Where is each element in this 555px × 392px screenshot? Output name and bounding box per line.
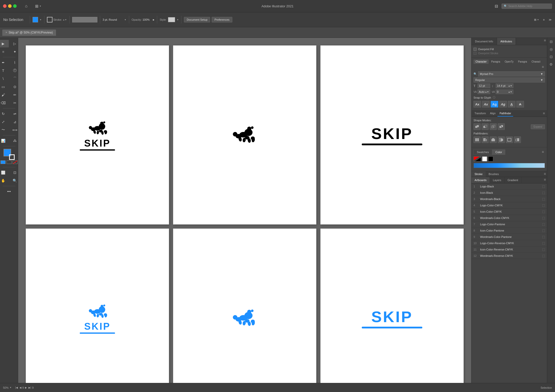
panels-icon[interactable]: ≡ [542, 17, 546, 22]
direct-selection-tool[interactable]: ▷ [9, 40, 18, 47]
font-family-select[interactable]: Myriad Pro ▼ [478, 71, 545, 76]
artboard-5-icon-color-cmyk[interactable] [173, 229, 316, 383]
pen-tool[interactable]: ✒ [0, 59, 9, 66]
brushes-tab-btn[interactable]: Brushes [486, 171, 502, 177]
font-style-select[interactable]: Regular ▼ [474, 77, 545, 82]
rotate-tool[interactable]: ↻ [0, 110, 9, 118]
minimize-button[interactable] [8, 4, 12, 8]
kerning-input[interactable]: Auto ▲▼ [478, 90, 490, 94]
slice-tool[interactable]: ⊡ [9, 169, 18, 176]
layers-tab-btn[interactable]: Layers [490, 177, 505, 183]
symbol-tool[interactable]: ⁂ [9, 137, 18, 145]
type-btn-ag-2[interactable]: Ag [499, 101, 507, 107]
active-tab[interactable]: ✕ Skip.ai* @ 50% (CMYK/Preview) [2, 29, 56, 36]
window-controls[interactable] [3, 4, 17, 8]
stroke-tab-btn[interactable]: Stroke [471, 171, 486, 177]
artboard-tool[interactable]: ⬜ [0, 169, 9, 176]
minus-back-btn[interactable] [514, 136, 521, 143]
artboards-tab-btn[interactable]: Artboards [471, 177, 490, 183]
stroke-value-arrow[interactable]: ▼ [124, 19, 126, 21]
type-btn-ag-1[interactable]: Ag [491, 101, 498, 107]
style-arrow[interactable]: ▼ [177, 19, 179, 21]
stroke-arrow[interactable]: ▲▼ [63, 19, 67, 21]
first-artboard-btn[interactable]: |◀ [15, 386, 18, 389]
artboard-list-item[interactable]: 1 Logo-Black ⬚ [471, 183, 547, 190]
zoom-arrow[interactable]: ▼ [10, 386, 12, 389]
font-size-input[interactable]: 12 pt [478, 83, 490, 88]
artboard-list-item[interactable]: 7 Logo-Color-Pantone ⬚ [471, 221, 547, 228]
stroke-color-tool[interactable] [9, 154, 15, 160]
pathfinder-tab[interactable]: Pathfinder [497, 111, 513, 117]
trim-btn[interactable] [482, 136, 489, 143]
transform-tab[interactable]: Transform [473, 111, 488, 117]
reflect-tool[interactable]: ⇌ [9, 110, 18, 118]
unite-btn[interactable] [474, 123, 481, 130]
color-tab-btn[interactable]: Color [492, 149, 505, 155]
panel-ctrl-btn-2[interactable]: ◎ [548, 46, 554, 52]
maximize-button[interactable] [13, 4, 17, 8]
artboard-6-wordmark-color-cmyk[interactable]: SKIP [320, 229, 464, 383]
divide-btn[interactable] [474, 136, 481, 143]
artboards-menu-icon[interactable]: ≡ [543, 177, 547, 183]
attributes-tab[interactable]: Attributes [497, 38, 516, 45]
swatch-icon-black[interactable] [488, 156, 493, 161]
panel-ctrl-btn-1[interactable]: ⊟ [548, 39, 554, 44]
rect-tool[interactable]: ▭ [0, 83, 9, 91]
fill-bar[interactable] [72, 17, 97, 22]
warp-tool[interactable]: 〜 [0, 126, 9, 134]
shear-tool[interactable]: ⊿ [9, 118, 18, 126]
opentype-tab[interactable]: OpenTy [503, 60, 515, 64]
artboard-list-item[interactable]: 11 Icon-Color-Reverse-CMYK ⬚ [471, 246, 547, 253]
home-icon[interactable]: ⌂ [21, 2, 32, 10]
color-gradient-bar[interactable] [474, 163, 545, 168]
line-tool[interactable]: \ [0, 75, 9, 82]
document-info-tab[interactable]: Document Info [471, 38, 497, 45]
artboard-2-icon-black[interactable] [173, 45, 316, 225]
artboard-list-item[interactable]: 9 Wordmark-Color-Pantone ⬚ [471, 234, 547, 240]
leading-input[interactable]: 14.4 pt ▲▼ [496, 83, 513, 88]
type-tool[interactable]: T [0, 67, 9, 74]
arc-tool[interactable]: ⌒ [9, 75, 18, 82]
width-tool[interactable]: ⟺ [9, 126, 18, 134]
artboard-list-item[interactable]: 10 Logo-Color-Reverse-CMYK ⬚ [471, 240, 547, 246]
blob-brush-tool[interactable]: ✏ [9, 91, 18, 99]
artboard-list-item[interactable]: 12 Wordmark-Reverse-CMYK ⬚ [471, 253, 547, 259]
ellipse-tool[interactable]: ⊙ [9, 83, 18, 91]
character-tab[interactable]: Character [474, 60, 489, 64]
stroke-brushes-menu-icon[interactable]: ≡ [543, 171, 547, 177]
eraser-tool[interactable]: ⌫ [0, 99, 9, 107]
panel-ctrl-btn-4[interactable]: ⚙ [548, 62, 554, 67]
document-setup-button[interactable]: Document Setup [184, 17, 210, 22]
swatches-menu-icon[interactable]: ≡ [541, 149, 545, 155]
paintbrush-tool[interactable]: 🖌 [0, 91, 9, 99]
panel-ctrl-btn-3[interactable]: ⊡ [548, 54, 554, 60]
swatch-icon-white-black[interactable] [474, 156, 481, 161]
intersect-btn[interactable] [490, 123, 497, 130]
artboard-3-wordmark-black[interactable]: SKIP [320, 45, 464, 225]
char-panel-menu[interactable]: ≡ [541, 64, 545, 69]
artboard-list-item[interactable]: 6 Wordmark-Color-CMYK ⬚ [471, 215, 547, 221]
exclude-btn[interactable] [498, 123, 505, 130]
next-artboard-btn[interactable]: ▶ [24, 386, 27, 389]
gradient-mode-icon[interactable] [7, 160, 12, 164]
normal-mode-icon[interactable] [1, 160, 6, 164]
prev-artboard-btn[interactable]: ◀ [19, 386, 22, 389]
align-tab[interactable]: Align [488, 111, 497, 117]
none-mode-icon[interactable]: ○ [13, 160, 18, 164]
overprint-fill-checkbox[interactable] [474, 48, 477, 51]
crop-btn[interactable] [498, 136, 505, 143]
artboard-4-logo-color-cmyk[interactable]: SKIP [26, 229, 169, 383]
minus-front-btn[interactable] [482, 123, 489, 130]
paragraph-tab-2[interactable]: Paragra [516, 60, 529, 64]
hand-tool[interactable]: ✋ [0, 177, 9, 184]
arrange-panels-icon[interactable]: ⊟ [493, 2, 500, 10]
opacity-arrow[interactable]: ▶ [153, 19, 154, 21]
scale-tool[interactable]: ⤢ [0, 118, 9, 126]
pathfinder-menu-icon[interactable]: ≡ [542, 111, 546, 117]
stroke-indicator[interactable] [47, 17, 52, 22]
swatches-tab-btn[interactable]: Swatches [474, 149, 492, 155]
canvas-area[interactable]: SKIP [18, 38, 471, 383]
scissors-tool[interactable]: ✂ [9, 99, 18, 107]
fill-color-swatch[interactable] [33, 17, 38, 22]
character-tab-2[interactable]: Charact [530, 60, 542, 64]
